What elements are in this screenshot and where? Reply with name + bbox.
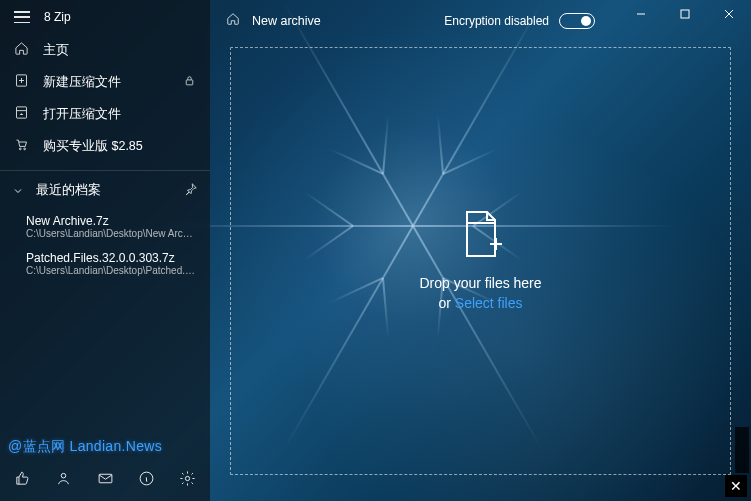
recent-item[interactable]: New Archive.7z C:\Users\Landian\Desktop\…: [0, 208, 210, 245]
recent-item[interactable]: Patched.Files.32.0.0.303.7z C:\Users\Lan…: [0, 245, 210, 282]
pin-icon[interactable]: [184, 182, 198, 199]
watermark: @蓝点网 Landian.News: [0, 438, 210, 462]
profile-icon[interactable]: [55, 470, 72, 491]
svg-point-5: [61, 473, 66, 478]
encryption-row: Encryption disabled: [444, 13, 595, 29]
home-icon: [14, 41, 29, 59]
sidebar-item-buy-pro[interactable]: 购买专业版 $2.85: [0, 130, 210, 162]
sidebar-item-label: 购买专业版 $2.85: [43, 138, 143, 155]
bottom-bar: [0, 462, 210, 501]
recent-item-path: C:\Users\Landian\Desktop\New Archive.7z: [26, 228, 196, 239]
settings-icon[interactable]: [179, 470, 196, 491]
encryption-label: Encryption disabled: [444, 14, 549, 28]
recent-item-name: Patched.Files.32.0.0.303.7z: [26, 251, 196, 265]
svg-rect-1: [186, 80, 193, 85]
add-file-icon: [457, 208, 505, 264]
recent-item-path: C:\Users\Landian\Desktop\Patched.Files.3…: [26, 265, 196, 276]
app-title: 8 Zip: [44, 10, 71, 24]
sidebar-nav: 主页 新建压缩文件 打开压缩文件 购买专业版 $2.85: [0, 32, 210, 166]
drop-area[interactable]: Drop your files here or Select files: [230, 47, 731, 475]
thumbs-up-icon[interactable]: [14, 470, 31, 491]
info-icon[interactable]: [138, 470, 155, 491]
encryption-toggle[interactable]: [559, 13, 595, 29]
open-archive-icon: [14, 105, 29, 123]
svg-rect-9: [681, 10, 689, 18]
maximize-button[interactable]: [663, 0, 707, 28]
recent-header[interactable]: 最近的档案: [0, 175, 210, 206]
drop-text: Drop your files here or Select files: [419, 274, 541, 313]
hamburger-icon[interactable]: [14, 11, 30, 23]
sidebar-item-label: 新建压缩文件: [43, 74, 121, 91]
scroll-handle[interactable]: [735, 427, 749, 473]
svg-rect-2: [17, 107, 27, 118]
sidebar-item-home[interactable]: 主页: [0, 34, 210, 66]
drop-line1: Drop your files here: [419, 275, 541, 291]
divider: [0, 170, 210, 171]
drop-or: or: [438, 295, 454, 311]
sidebar-item-label: 打开压缩文件: [43, 106, 121, 123]
svg-point-3: [19, 148, 21, 150]
lock-icon: [183, 74, 196, 90]
new-archive-icon: [14, 73, 29, 91]
recent-item-name: New Archive.7z: [26, 214, 196, 228]
sidebar: 8 Zip 主页 新建压缩文件 打开压缩文件 购买专业版 $2.85: [0, 0, 210, 501]
close-button[interactable]: [707, 0, 751, 28]
svg-point-8: [185, 476, 189, 480]
minimize-button[interactable]: [619, 0, 663, 28]
mail-icon[interactable]: [97, 470, 114, 491]
svg-point-4: [24, 148, 26, 150]
sidebar-item-open-archive[interactable]: 打开压缩文件: [0, 98, 210, 130]
recent-list: New Archive.7z C:\Users\Landian\Desktop\…: [0, 206, 210, 284]
sidebar-item-label: 主页: [43, 42, 69, 59]
corner-close-button[interactable]: ✕: [725, 475, 747, 497]
app-title-row: 8 Zip: [0, 0, 210, 32]
page-title: New archive: [252, 14, 321, 28]
window-controls: [619, 0, 751, 28]
chevron-down-icon: [12, 185, 24, 197]
select-files-link[interactable]: Select files: [455, 295, 523, 311]
recent-header-label: 最近的档案: [36, 182, 101, 199]
svg-rect-6: [99, 474, 112, 483]
content: New archive Encryption disabled Drop you…: [210, 0, 751, 501]
home-icon[interactable]: [226, 12, 240, 29]
sidebar-item-new-archive[interactable]: 新建压缩文件: [0, 66, 210, 98]
cart-icon: [14, 137, 29, 155]
